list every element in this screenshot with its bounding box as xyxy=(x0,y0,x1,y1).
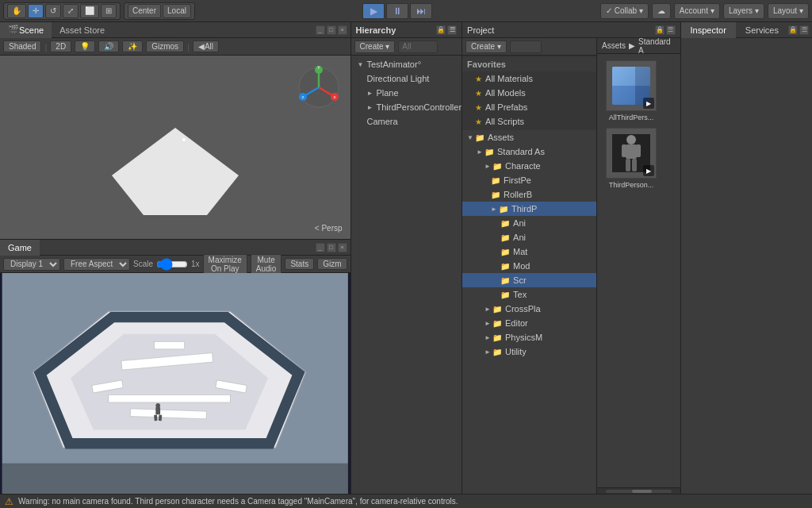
center-btn[interactable]: Center xyxy=(128,4,161,18)
asset-item-allthirdpers[interactable]: ▶ AllThirdPers... xyxy=(603,60,659,121)
hierarchy-menu-btn[interactable]: ☰ xyxy=(447,25,457,35)
hierarchy-search[interactable] xyxy=(398,40,438,53)
project-search[interactable] xyxy=(510,40,542,53)
project-create-btn[interactable]: Create ▾ xyxy=(465,40,507,53)
scene-view[interactable]: y x z < Persp xyxy=(0,56,350,239)
transform-tool-btn[interactable]: ⊞ xyxy=(101,4,117,18)
local-btn[interactable]: Local xyxy=(163,4,191,18)
2d-btn[interactable]: 2D xyxy=(50,40,71,52)
tree-label: Tex xyxy=(513,290,527,299)
hierarchy-content: ▼ TestAnimator° Directional Light ► Plan… xyxy=(351,56,462,494)
tree-label: Standard As xyxy=(497,147,545,156)
tree-item-assets[interactable]: ▼ 📁 Assets xyxy=(462,130,596,144)
scale-tool-btn[interactable]: ⤢ xyxy=(63,4,79,18)
tree-item-tex[interactable]: 📁 Tex xyxy=(462,287,596,302)
project-menu-btn[interactable]: ☰ xyxy=(666,25,676,35)
all-btn[interactable]: ◀All xyxy=(193,40,219,52)
hier-item-thirdpersoncontroller[interactable]: ► ThirdPersonController xyxy=(351,100,462,114)
scene-toolbar: Shaded | 2D 💡 🔊 ✨ Gizmos | ◀All xyxy=(0,38,350,56)
tree-item-standarda[interactable]: ► 📁 Standard As xyxy=(462,144,596,159)
hier-item-camera[interactable]: Camera xyxy=(351,114,462,129)
maximize-on-play-btn[interactable]: Maximize On Play xyxy=(203,254,247,275)
play-btn[interactable]: ▶ xyxy=(362,3,385,19)
hand-tool-btn[interactable]: ✋ xyxy=(7,4,26,18)
tree-item-thirdp[interactable]: ► 📁 ThirdP xyxy=(462,202,596,216)
scene-gizmo[interactable]: y x z xyxy=(295,64,343,111)
fx-btn[interactable]: ✨ xyxy=(122,40,143,52)
scene-close-btn[interactable]: × xyxy=(338,25,347,35)
collab-btn[interactable]: ✓ Collab ▾ xyxy=(600,3,649,19)
rotate-tool-btn[interactable]: ↺ xyxy=(45,4,61,18)
tree-item-ani1[interactable]: 📁 Ani xyxy=(462,216,596,230)
tree-item-physicsm[interactable]: ► 📁 PhysicsM xyxy=(462,330,596,344)
tab-services[interactable]: Services xyxy=(736,22,788,38)
hierarchy-create-btn[interactable]: Create ▾ xyxy=(354,40,396,53)
tree-item-firstpe[interactable]: 📁 FirstPe xyxy=(462,173,596,187)
right-controls: ✓ Collab ▾ ☁ Account ▾ Layers ▾ Layout ▾ xyxy=(600,3,809,19)
tab-inspector[interactable]: Inspector xyxy=(681,22,736,38)
step-btn[interactable]: ⏭ xyxy=(410,3,432,19)
mute-audio-btn[interactable]: Mute Audio xyxy=(251,254,282,275)
fav-item-scripts[interactable]: ★ All Scripts xyxy=(462,114,596,129)
tree-item-mod[interactable]: 📁 Mod xyxy=(462,259,596,273)
lights-btn[interactable]: 💡 xyxy=(75,40,95,52)
display-select[interactable]: Display 1 xyxy=(3,258,60,271)
stats-btn[interactable]: Stats xyxy=(285,258,314,270)
layers-btn[interactable]: Layers ▾ xyxy=(723,3,764,19)
tree-item-crossplay[interactable]: ► 📁 CrossPla xyxy=(462,302,596,316)
scene-panel-tabs: 🎬 Scene Asset Store _ □ × xyxy=(0,22,350,38)
inspector-menu-btn[interactable]: ☰ xyxy=(799,25,809,35)
game-panel-tabs: Game _ □ × xyxy=(0,240,350,256)
tree-item-utility[interactable]: ► 📁 Utility xyxy=(462,344,596,359)
assets-scrollbar[interactable] xyxy=(597,487,680,494)
fav-item-models[interactable]: ★ All Models xyxy=(462,86,596,100)
gizmos-game-btn[interactable]: Gizm xyxy=(317,258,347,270)
game-maximize-btn[interactable]: □ xyxy=(327,243,336,252)
inspector-lock-btn[interactable]: 🔒 xyxy=(788,25,798,35)
star-icon: ★ xyxy=(475,75,482,83)
cloud-btn[interactable]: ☁ xyxy=(652,3,671,19)
aspect-select[interactable]: Free Aspect xyxy=(63,258,130,271)
project-panel-controls: 🔒 ☰ xyxy=(655,25,676,35)
tree-item-editor[interactable]: ► 📁 Editor xyxy=(462,316,596,330)
asset-item-thirdperson[interactable]: ▶ ThirdPerson... xyxy=(603,128,659,189)
game-close-btn[interactable]: × xyxy=(338,243,347,252)
scene-minimize-btn[interactable]: _ xyxy=(316,25,325,35)
tree-item-mat[interactable]: 📁 Mat xyxy=(462,244,596,259)
tab-game[interactable]: Game xyxy=(0,240,40,256)
project-lock-btn[interactable]: 🔒 xyxy=(655,25,665,35)
game-minimize-btn[interactable]: _ xyxy=(316,243,325,252)
rect-tool-btn[interactable]: ⬜ xyxy=(80,4,99,18)
tree-label: Assets xyxy=(488,133,514,142)
star-icon: ★ xyxy=(475,103,482,112)
pause-btn[interactable]: ⏸ xyxy=(386,3,408,19)
move-tool-btn[interactable]: ✛ xyxy=(28,4,44,18)
tab-asset-store[interactable]: Asset Store xyxy=(52,22,113,38)
tree-item-ani2[interactable]: 📁 Ani xyxy=(462,230,596,244)
svg-rect-24 xyxy=(159,414,162,421)
account-btn[interactable]: Account ▾ xyxy=(674,3,720,19)
shaded-btn[interactable]: Shaded xyxy=(3,40,41,52)
hier-item-plane[interactable]: ► Plane xyxy=(351,86,462,100)
hier-arrow: ► xyxy=(367,104,373,111)
tab-scene[interactable]: 🎬 Scene xyxy=(0,22,52,38)
hier-item-testanimator[interactable]: ▼ TestAnimator° xyxy=(351,57,462,71)
tree-item-rollerb[interactable]: 📁 RollerB xyxy=(462,187,596,202)
project-assets-browser: Assets ▶ Standard A ▶ AllThirdPers... xyxy=(597,38,680,494)
gizmos-btn[interactable]: Gizmos xyxy=(146,40,184,52)
hier-item-directionallight[interactable]: Directional Light xyxy=(351,71,462,86)
fav-item-prefabs[interactable]: ★ All Prefabs xyxy=(462,100,596,114)
layout-btn[interactable]: Layout ▾ xyxy=(768,3,809,19)
hierarchy-lock-btn[interactable]: 🔒 xyxy=(436,25,446,35)
fav-label: All Materials xyxy=(485,74,533,83)
tree-item-scr[interactable]: 📁 Scr xyxy=(462,273,596,287)
asset-play-icon: ▶ xyxy=(643,165,654,176)
scroll-thumb[interactable] xyxy=(632,490,652,493)
tree-item-character[interactable]: ► 📁 Characte xyxy=(462,159,596,173)
scale-slider[interactable] xyxy=(156,260,188,268)
scene-maximize-btn[interactable]: □ xyxy=(327,25,336,35)
sound-btn[interactable]: 🔊 xyxy=(98,40,119,52)
fav-item-materials[interactable]: ★ All Materials xyxy=(462,71,596,86)
game-view[interactable] xyxy=(0,273,350,494)
svg-marker-0 xyxy=(112,128,239,215)
